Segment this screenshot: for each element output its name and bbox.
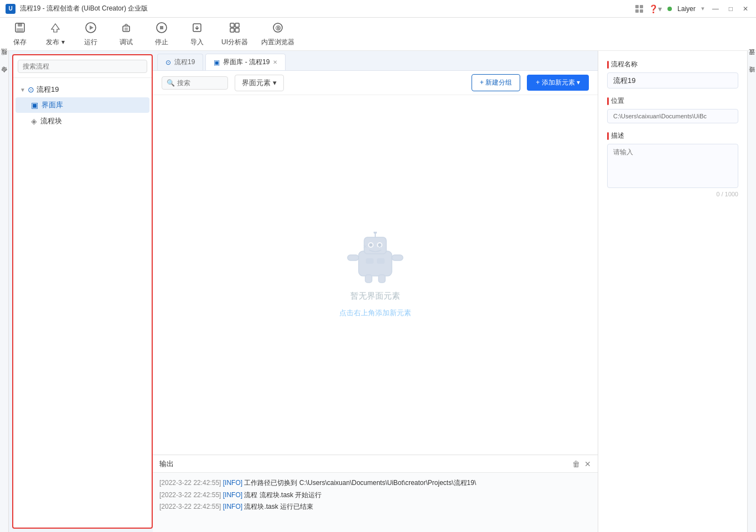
uilibrary-icon: ▣ — [31, 101, 38, 109]
tab-flow19-label: 流程19 — [174, 58, 195, 67]
output-panel: 输出 🗑 ✕ [2022-3-22 22:42:55] [INFO] 工作路径已… — [153, 455, 598, 532]
tab-flow19-icon: ⊙ — [165, 59, 171, 66]
main-area: ⊙ 流程19 ▣ 界面库 - 流程19 ✕ 🔍 界面元素 ▾ + 新建分组 + … — [153, 51, 598, 532]
toolbar-save[interactable]: 保存 — [9, 22, 31, 47]
tree-node-flowblock[interactable]: ◈ 流程块 — [15, 113, 149, 129]
toolbar-stop[interactable]: 停止 — [151, 22, 173, 47]
vtab-settings[interactable]: 设置 — [747, 56, 756, 63]
svg-rect-27 — [392, 255, 403, 260]
close-button[interactable]: ✕ — [741, 4, 750, 14]
elements-dropdown[interactable]: 界面元素 ▾ — [235, 75, 284, 91]
save-icon — [14, 22, 26, 36]
log-time-1: [2022-3-22 22:42:55] — [159, 491, 221, 499]
svg-point-31 — [374, 232, 377, 234]
tree-node-uilibrary[interactable]: ▣ 界面库 — [15, 97, 149, 113]
tab-uilibrary-label: 界面库 - 流程19 — [223, 58, 270, 67]
tree-node-uilibrary-label: 界面库 — [42, 100, 63, 110]
tab-uilibrary-close[interactable]: ✕ — [273, 59, 277, 65]
svg-text:✕: ✕ — [377, 244, 382, 249]
close-output-button[interactable]: ✕ — [584, 460, 591, 468]
desc-section: 描述 0 / 1000 — [607, 131, 738, 197]
log-line-2: [2022-3-22 22:42:55] [INFO] 流程块.task 运行已… — [159, 501, 591, 513]
maximize-button[interactable]: □ — [727, 4, 735, 14]
toolbar-debug[interactable]: 调试 — [115, 22, 137, 47]
empty-state: ✕ ✕ 暂无界面元素 点击右上角添加新元素 — [153, 95, 598, 455]
right-panel: 流程名称 位置 描述 0 / 1000 — [598, 51, 747, 532]
minimize-button[interactable]: — — [710, 4, 721, 14]
log-level-1: [INFO] — [223, 491, 245, 499]
sidebar-search-bar — [13, 55, 152, 78]
content-search-input[interactable] — [177, 79, 221, 87]
svg-rect-24 — [366, 258, 374, 264]
title-bar: U 流程19 - 流程创造者 (UiBot Creator) 企业版 ❓▾ La… — [0, 0, 756, 18]
svg-rect-2 — [17, 28, 23, 32]
svg-rect-28 — [365, 275, 372, 283]
content-toolbar: 🔍 界面元素 ▾ + 新建分组 + 添加新元素 ▾ — [153, 71, 598, 95]
uianalyzer-icon — [229, 22, 241, 36]
sidebar: ▼ ⊙ 流程19 ▣ 界面库 ◈ 流程块 — [12, 54, 153, 529]
uianalyzer-label: UI分析器 — [221, 38, 248, 47]
title-bar-title: 流程19 - 流程创造者 (UiBot Creator) 企业版 — [20, 4, 148, 13]
svg-rect-5 — [123, 26, 130, 32]
vtab-flow[interactable]: 流程 — [0, 56, 9, 63]
flow-name-input[interactable] — [607, 72, 738, 88]
browser-label: 内置浏览器 — [261, 38, 294, 47]
empty-main-text: 暂无界面元素 — [350, 291, 400, 301]
toolbar-import[interactable]: 导入 — [186, 22, 208, 47]
help-icon[interactable]: ❓▾ — [649, 4, 662, 13]
add-element-button[interactable]: + 添加新元素 ▾ — [527, 75, 589, 91]
svg-text:✕: ✕ — [363, 244, 367, 249]
svg-point-22 — [369, 243, 372, 247]
log-line-0: [2022-3-22 22:42:55] [INFO] 工作路径已切换到 C:\… — [159, 477, 591, 489]
vtab-coldchain[interactable]: 冷链 — [747, 74, 756, 81]
tree-node-flowblock-label: 流程块 — [40, 116, 62, 126]
svg-rect-13 — [235, 23, 239, 27]
tab-uilibrary[interactable]: ▣ 界面库 - 流程19 ✕ — [205, 54, 286, 70]
tab-flow19[interactable]: ⊙ 流程19 — [157, 54, 203, 70]
tree-root-label: 流程19 — [37, 85, 59, 95]
desc-textarea[interactable] — [607, 144, 738, 188]
desc-label: 描述 — [607, 131, 738, 140]
clear-output-button[interactable]: 🗑 — [572, 460, 580, 468]
app-body: 流程 命令 ▼ ⊙ 流程19 ▣ 界面库 ◈ 流程块 — [0, 51, 756, 532]
svg-rect-25 — [377, 258, 385, 264]
import-label: 导入 — [190, 38, 204, 47]
svg-rect-26 — [348, 255, 359, 260]
svg-rect-29 — [379, 275, 385, 283]
grid-icon[interactable] — [635, 5, 643, 13]
flow-name-label: 流程名称 — [607, 60, 738, 69]
toolbar-run[interactable]: 运行 — [80, 22, 102, 47]
log-time-2: [2022-3-22 22:42:55] — [159, 503, 221, 510]
user-name[interactable]: Laiyer — [677, 5, 696, 13]
right-vtab-panel: 设置 冷链 — [747, 51, 756, 532]
vtab-command[interactable]: 命令 — [0, 74, 9, 81]
log-line-1: [2022-3-22 22:42:55] [INFO] 流程 流程块.task … — [159, 489, 591, 502]
stop-label: 停止 — [155, 38, 168, 47]
browser-icon: Ⓑ — [272, 22, 284, 36]
log-msg-0: 工作路径已切换到 C:\Users\caixuan\Documents\UiBo… — [244, 479, 476, 487]
svg-rect-9 — [160, 26, 163, 29]
svg-rect-14 — [230, 28, 234, 32]
location-label: 位置 — [607, 96, 738, 106]
empty-sub-text[interactable]: 点击右上角添加新元素 — [339, 308, 411, 318]
flowblock-icon: ◈ — [31, 117, 37, 126]
content-panel: 🔍 界面元素 ▾ + 新建分组 + 添加新元素 ▾ — [153, 71, 598, 532]
sidebar-search-input[interactable] — [18, 60, 147, 73]
location-input[interactable] — [607, 109, 738, 123]
flow-name-section: 流程名称 — [607, 60, 738, 88]
content-search-bar: 🔍 — [162, 76, 228, 90]
run-icon — [85, 22, 97, 36]
toolbar-publish[interactable]: 发布 ▾ — [44, 22, 66, 47]
new-group-button[interactable]: + 新建分组 — [472, 74, 520, 91]
debug-label: 调试 — [120, 38, 133, 47]
toolbar-uianalyzer[interactable]: UI分析器 — [221, 22, 248, 47]
toolbar-browser[interactable]: Ⓑ 内置浏览器 — [261, 22, 294, 47]
import-icon — [191, 22, 203, 36]
tab-uilibrary-icon: ▣ — [214, 59, 220, 66]
left-vtab-panel: 流程 命令 — [0, 51, 9, 532]
svg-rect-15 — [235, 28, 239, 32]
output-header: 输出 🗑 ✕ — [153, 455, 598, 473]
tree-root-flow19[interactable]: ▼ ⊙ 流程19 — [13, 82, 152, 97]
log-msg-2: 流程块.task 运行已结束 — [244, 503, 313, 510]
flow-icon: ⊙ — [28, 85, 34, 94]
